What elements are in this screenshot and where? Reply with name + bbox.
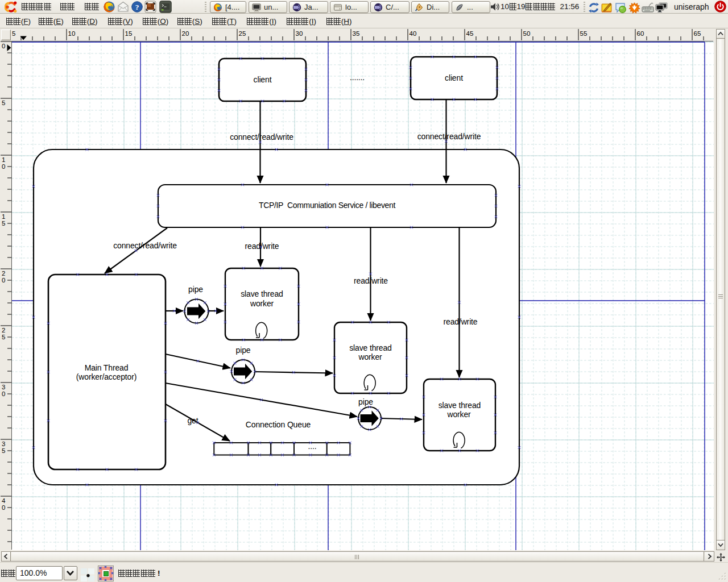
svg-text:50: 50 [523, 30, 531, 37]
svg-text:5: 5 [2, 334, 5, 340]
svg-text:worker: worker [358, 352, 382, 361]
svg-text:30: 30 [296, 30, 303, 37]
svg-text:slave thread: slave thread [349, 343, 391, 352]
svg-text:slave thread: slave thread [439, 401, 481, 410]
svg-text:5: 5 [2, 220, 5, 227]
svg-text:5: 5 [2, 99, 5, 106]
svg-text:0: 0 [2, 390, 5, 397]
svg-text:(worker/acceptor): (worker/acceptor) [76, 372, 136, 381]
svg-text:65: 65 [694, 30, 701, 37]
svg-text:25: 25 [239, 30, 246, 37]
svg-text:pipe: pipe [188, 285, 203, 294]
svg-text:2: 2 [2, 327, 5, 334]
svg-text:pipe: pipe [358, 397, 373, 406]
svg-text:slave thread: slave thread [241, 289, 283, 298]
svg-text:.......: ....... [350, 73, 365, 82]
svg-text:0: 0 [2, 163, 5, 170]
svg-text:4: 4 [2, 497, 6, 504]
svg-text:0: 0 [2, 504, 5, 511]
svg-text:pipe: pipe [236, 346, 251, 355]
svg-text:5: 5 [2, 447, 5, 454]
svg-text:?: ? [135, 3, 139, 11]
svg-text:client: client [445, 73, 463, 82]
svg-text:35: 35 [353, 30, 360, 37]
svg-text:45: 45 [466, 30, 474, 37]
svg-text:15: 15 [125, 30, 133, 37]
svg-text:40: 40 [410, 30, 417, 37]
svg-text:connect/read/write: connect/read/write [113, 241, 177, 250]
svg-text:TCP/IP Communiation Service /: TCP/IP Communiation Service / libevent [259, 201, 395, 210]
svg-text:5: 5 [12, 30, 15, 37]
svg-text:connect/read/write: connect/read/write [230, 132, 293, 142]
svg-text:worker: worker [446, 410, 471, 419]
svg-text:read/write: read/write [354, 276, 388, 285]
svg-text:55: 55 [580, 30, 588, 37]
svg-text:read/write: read/write [444, 317, 478, 326]
svg-text:Connection Queue: Connection Queue [246, 420, 311, 429]
svg-text:60: 60 [637, 30, 644, 37]
svg-text:Main Thread: Main Thread [85, 363, 129, 372]
svg-text:20: 20 [182, 30, 189, 37]
svg-text:read/write: read/write [245, 242, 279, 251]
svg-text:3: 3 [2, 440, 5, 447]
svg-text:....: .... [308, 442, 317, 451]
svg-text:connect/read/write: connect/read/write [417, 132, 481, 141]
svg-text:0: 0 [2, 43, 5, 49]
svg-text:3: 3 [2, 384, 5, 390]
svg-text:10: 10 [68, 30, 76, 37]
svg-text:client: client [254, 75, 272, 84]
svg-text:1: 1 [2, 156, 5, 163]
svg-text:worker: worker [250, 299, 274, 308]
svg-text:2: 2 [2, 270, 5, 277]
svg-text:0: 0 [2, 277, 5, 284]
svg-text:1: 1 [2, 213, 5, 220]
